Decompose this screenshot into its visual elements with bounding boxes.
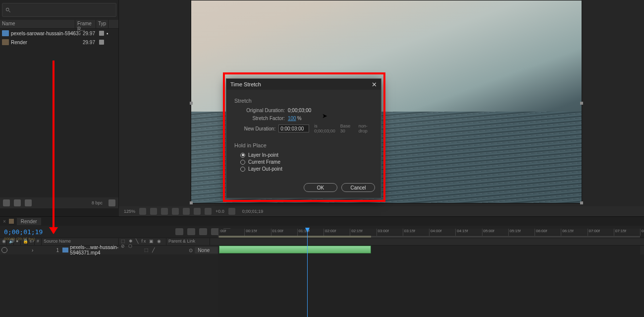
ruler-tick: 06:00f — [535, 229, 547, 236]
project-item-name: pexels-sarowar-hussain-5946371.mp4 — [11, 31, 80, 36]
project-item-rate: 29.97 — [80, 31, 95, 36]
percent-unit: % — [297, 116, 302, 121]
radio-icon — [240, 167, 245, 172]
search-icon — [5, 7, 11, 13]
col-source-name[interactable]: Source Name — [42, 238, 119, 245]
close-icon[interactable]: ✕ — [372, 81, 377, 88]
region-icon[interactable] — [172, 208, 179, 215]
item-type-icon: ▪ — [107, 31, 108, 36]
ruler-tick: 04:00f — [429, 229, 441, 236]
col-type[interactable]: Typ — [96, 20, 108, 28]
footage-icon — [62, 248, 68, 253]
exposure-value[interactable]: +0.0 — [215, 209, 224, 214]
motion-blur-icon[interactable] — [199, 228, 207, 235]
new-duration-label: New Duration: — [234, 126, 278, 131]
new-duration-input[interactable] — [278, 125, 309, 132]
frame-blend-icon[interactable] — [187, 228, 195, 235]
ruler-tick: 05:00f — [482, 229, 494, 236]
timeline-tab-render[interactable]: Render — [17, 218, 41, 225]
grid-icon[interactable] — [150, 208, 157, 215]
interpret-footage-icon[interactable] — [3, 199, 10, 206]
ruler-tick: 07:15f — [614, 229, 626, 236]
current-timecode[interactable]: 0;00;01;19 — [0, 228, 47, 236]
project-item-rate: 29.97 — [80, 40, 95, 45]
project-footer: 8 bpc — [0, 197, 118, 208]
transform-handle[interactable] — [190, 102, 193, 105]
new-duration-drop: non-drop — [359, 124, 373, 133]
project-columns-header: Name Frame R... Typ — [0, 20, 118, 29]
hold-section-label: Hold in Place — [234, 142, 373, 148]
new-folder-icon[interactable] — [14, 199, 21, 206]
ok-button[interactable]: OK — [304, 183, 337, 192]
project-search[interactable] — [2, 3, 116, 17]
zoom-level[interactable]: 125% — [124, 209, 135, 214]
ruler-tick: 05:15f — [508, 229, 521, 236]
trash-icon[interactable] — [108, 199, 115, 206]
ruler-tick: 04:15f — [455, 229, 468, 236]
ruler-tick: 00:15f — [244, 229, 257, 236]
layer-switches[interactable]: ⬚ ╱ — [144, 248, 189, 253]
viewer-timecode[interactable]: 0;00;01;19 — [242, 209, 264, 214]
radio-layer-in[interactable]: Layer In-point — [240, 152, 373, 158]
stretch-section-label: Stretch — [234, 98, 373, 104]
project-bpc[interactable]: 8 bpc — [92, 200, 103, 205]
label-color-swatch — [99, 31, 104, 36]
new-duration-is: is 0;00;03;00 — [314, 124, 335, 133]
render-icon[interactable] — [205, 208, 212, 215]
mask-toggle-icon[interactable] — [161, 208, 168, 215]
radio-icon — [240, 153, 245, 158]
timeline-tabs: × Render — [0, 217, 644, 226]
resolution-menu[interactable] — [139, 208, 146, 215]
new-duration-row: New Duration: is 0;00;03;00 Base 30 non-… — [234, 124, 373, 133]
stretch-factor-input[interactable]: 100 — [288, 116, 296, 121]
transform-handle[interactable] — [580, 201, 583, 204]
new-comp-icon[interactable] — [25, 199, 32, 206]
label-color-swatch — [99, 40, 104, 45]
transform-handle[interactable] — [580, 102, 583, 105]
radio-label: Layer In-point — [248, 152, 278, 158]
visibility-toggle-icon[interactable] — [1, 247, 7, 253]
new-duration-base: Base 30 — [340, 124, 354, 133]
ruler-tick: 03:00f — [376, 229, 389, 236]
stretch-factor-row: Stretch Factor: 100 % — [234, 116, 373, 121]
project-item-video[interactable]: pexels-sarowar-hussain-5946371.mp4 29.97… — [0, 29, 118, 38]
dialog-title: Time Stretch — [230, 81, 261, 87]
work-area-bar[interactable] — [218, 236, 640, 238]
project-item-name: Render — [11, 40, 80, 45]
ruler-tick: 02:15f — [350, 229, 362, 236]
radio-label: Layer Out-point — [248, 166, 282, 172]
col-parent[interactable]: Parent & Link — [166, 238, 210, 245]
radio-icon — [240, 160, 245, 165]
shy-toggle-icon[interactable] — [175, 228, 183, 235]
mouse-cursor: ➤ — [322, 112, 327, 120]
timecode-frames: 00049 (29.97 fps) — [4, 237, 35, 241]
time-ruler-area: :00f00:15f01:00f01:15f02:00f02:15f03:00f… — [218, 229, 640, 244]
playhead[interactable] — [307, 228, 308, 317]
layer-index: 1 — [54, 248, 61, 253]
time-stretch-dialog: Time Stretch ✕ Stretch Original Duration… — [226, 78, 381, 198]
transform-handle[interactable] — [190, 201, 193, 204]
snapshot-icon[interactable] — [228, 208, 235, 215]
ruler-tick: 08:00f — [640, 229, 644, 236]
transparency-grid-icon[interactable] — [183, 208, 190, 215]
radio-current-frame[interactable]: Current Frame — [240, 159, 373, 165]
col-name[interactable]: Name — [0, 20, 75, 28]
ruler-tick: 03:15f — [403, 229, 415, 236]
time-ruler[interactable]: :00f00:15f01:00f01:15f02:00f02:15f03:00f… — [218, 229, 640, 236]
3d-view-icon[interactable] — [194, 208, 201, 215]
original-duration-value: 0;00;03;00 — [288, 108, 311, 113]
layer-name[interactable]: pexels-...war-hussain-5946371.mp4 — [70, 245, 144, 255]
project-item-comp[interactable]: Render 29.97 — [0, 38, 118, 47]
ruler-tick: 01:00f — [271, 229, 283, 236]
layer-clip[interactable] — [219, 246, 371, 254]
timeline-tracks[interactable] — [218, 246, 640, 317]
ruler-tick: 07:00f — [588, 229, 600, 236]
ruler-tick: :00f — [218, 229, 226, 236]
composition-icon — [2, 39, 9, 45]
cancel-button[interactable]: Cancel — [341, 183, 375, 192]
radio-layer-out[interactable]: Layer Out-point — [240, 166, 373, 172]
col-framerate[interactable]: Frame R... — [75, 20, 96, 28]
col-index: # — [35, 238, 42, 245]
viewer-toolbar: 125% +0.0 0;00;01;19 — [119, 206, 644, 216]
dialog-titlebar[interactable]: Time Stretch ✕ — [226, 79, 381, 90]
